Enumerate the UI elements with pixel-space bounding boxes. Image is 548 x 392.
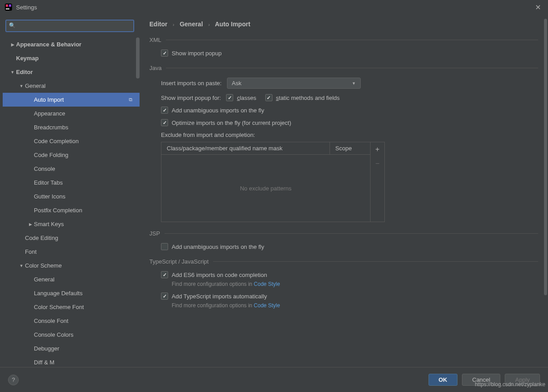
chevron-right-icon: ›: [173, 22, 174, 27]
breadcrumb-auto-import: Auto Import: [215, 21, 250, 28]
app-icon: [4, 3, 12, 11]
xml-show-import-popup-label[interactable]: Show import popup: [172, 50, 222, 57]
exclude-empty-text: No exclude patterns: [161, 155, 370, 222]
code-style-link[interactable]: Code Style: [254, 302, 280, 309]
tree-item-label: Editor: [16, 69, 33, 75]
close-icon[interactable]: ✕: [532, 2, 544, 12]
exclude-label: Exclude from import and completion:: [161, 132, 538, 138]
section-title-java: Java: [149, 65, 161, 71]
search-icon: 🔍: [9, 22, 16, 29]
java-optimize-label[interactable]: Optimize imports on the fly (for current…: [172, 120, 291, 126]
tree-item-label: General: [34, 276, 54, 283]
ts-es6-label[interactable]: Add ES6 imports on code completion: [172, 272, 267, 278]
tree-item[interactable]: ▶Console Colors: [3, 328, 140, 342]
tree-arrow-icon[interactable]: ▼: [18, 264, 25, 268]
tree-item-label: Gutter Icons: [34, 193, 66, 200]
chevron-right-icon: ›: [208, 22, 210, 27]
tree-item-label: Console Colors: [34, 331, 74, 338]
tree-item-label: Smart Keys: [34, 221, 64, 227]
tree-item[interactable]: ▶Breadcrumbs: [3, 120, 140, 134]
xml-show-import-popup-checkbox[interactable]: [161, 50, 168, 57]
tree-item[interactable]: ▶General: [3, 272, 140, 286]
tree-item-label: Console: [34, 165, 55, 172]
jsp-add-unambiguous-label[interactable]: Add unambiguous imports on the fly: [172, 243, 264, 250]
tree-item[interactable]: ▶Font: [3, 245, 140, 259]
titlebar: Settings ✕: [0, 0, 548, 14]
section-title-xml: XML: [149, 37, 161, 43]
show-popup-for-label: Show import popup for:: [161, 95, 221, 101]
main-scrollbar[interactable]: [544, 19, 547, 295]
tree-item-label: Code Editing: [25, 235, 58, 241]
breadcrumb: Editor › General › Auto Import: [149, 21, 538, 28]
tree-arrow-icon[interactable]: ▶: [27, 222, 34, 227]
tree-item[interactable]: ▶Color Scheme Font: [3, 300, 140, 314]
copy-icon[interactable]: ⧉: [129, 97, 132, 103]
ts-es6-checkbox[interactable]: [161, 271, 168, 278]
tree-arrow-icon[interactable]: ▼: [9, 70, 16, 74]
svg-rect-2: [9, 4, 11, 7]
tree-item[interactable]: ▶Debugger: [3, 342, 140, 355]
tree-item-label: Keymap: [16, 55, 39, 62]
main-panel: Editor › General › Auto Import XML Show …: [140, 14, 548, 367]
static-label[interactable]: static methods and fields: [276, 95, 340, 101]
tree-item-label: Appearance & Behavior: [16, 41, 82, 48]
svg-rect-3: [6, 8, 9, 9]
tree-item-label: Diff & M: [34, 359, 54, 366]
breadcrumb-general[interactable]: General: [180, 21, 203, 28]
tree-item[interactable]: ▼General: [3, 79, 140, 93]
tree-item-label: Postfix Completion: [34, 207, 82, 214]
cancel-button[interactable]: Cancel: [462, 374, 500, 386]
tree-item[interactable]: ▶Auto Import⧉: [3, 93, 140, 107]
tree-item[interactable]: ▶Editor Tabs: [3, 176, 140, 190]
settings-tree: ▶Appearance & Behavior▶Keymap▼Editor▼Gen…: [0, 37, 140, 367]
tree-item[interactable]: ▼Editor: [3, 65, 140, 79]
add-exclude-button[interactable]: +: [371, 142, 384, 157]
ts-auto-checkbox[interactable]: [161, 293, 168, 300]
ts-auto-label[interactable]: Add TypeScript imports automatically: [172, 293, 267, 300]
tree-item-label: Font: [25, 248, 37, 255]
breadcrumb-editor[interactable]: Editor: [149, 21, 167, 28]
jsp-add-unambiguous-checkbox[interactable]: [161, 243, 168, 250]
tree-item[interactable]: ▶Smart Keys: [3, 217, 140, 231]
classes-label[interactable]: classes: [237, 95, 256, 101]
java-add-unambiguous-label[interactable]: Add unambiguous imports on the fly: [172, 107, 264, 114]
tree-item[interactable]: ▶Console: [3, 162, 140, 176]
tree-item-label: Console Font: [34, 318, 68, 324]
java-add-unambiguous-checkbox[interactable]: [161, 107, 168, 114]
window-title: Settings: [16, 4, 532, 11]
section-title-jsp: JSP: [149, 230, 160, 237]
tree-item[interactable]: ▶Diff & M: [3, 355, 140, 367]
ok-button[interactable]: OK: [429, 374, 458, 386]
exclude-col-name: Class/package/member qualified name mask: [161, 142, 330, 154]
tree-item[interactable]: ▶Code Folding: [3, 148, 140, 162]
help-button[interactable]: ?: [8, 375, 19, 385]
code-style-link[interactable]: Code Style: [254, 281, 280, 287]
tree-scrollbar[interactable]: [136, 37, 140, 78]
ts-auto-hint: Find more configuration options in Code …: [172, 302, 538, 309]
tree-item-label: Debugger: [34, 345, 59, 352]
apply-button[interactable]: Apply: [505, 374, 540, 386]
tree-item-label: Language Defaults: [34, 290, 82, 297]
tree-arrow-icon[interactable]: ▼: [18, 84, 25, 88]
tree-item[interactable]: ▶Postfix Completion: [3, 203, 140, 217]
search-input[interactable]: [5, 20, 134, 32]
java-optimize-checkbox[interactable]: [161, 119, 168, 126]
exclude-table[interactable]: Class/package/member qualified name mask…: [161, 142, 371, 222]
tree-item[interactable]: ▶Language Defaults: [3, 286, 140, 300]
tree-item[interactable]: ▼Color Scheme: [3, 259, 140, 272]
tree-item-label: Code Folding: [34, 152, 68, 158]
tree-item[interactable]: ▶Code Editing: [3, 231, 140, 245]
insert-imports-select[interactable]: Ask ▼: [227, 78, 361, 89]
footer: ? OK Cancel Apply: [0, 367, 548, 392]
classes-checkbox[interactable]: [226, 94, 233, 101]
svg-rect-1: [6, 4, 8, 7]
tree-item[interactable]: ▶Gutter Icons: [3, 190, 140, 203]
tree-item[interactable]: ▶Appearance: [3, 107, 140, 120]
static-checkbox[interactable]: [265, 94, 272, 101]
tree-item[interactable]: ▶Console Font: [3, 314, 140, 328]
tree-item[interactable]: ▶Code Completion: [3, 134, 140, 148]
tree-item[interactable]: ▶Keymap: [3, 51, 140, 65]
tree-item[interactable]: ▶Appearance & Behavior: [3, 37, 140, 51]
tree-item-label: General: [25, 83, 45, 89]
tree-arrow-icon[interactable]: ▶: [9, 42, 16, 47]
